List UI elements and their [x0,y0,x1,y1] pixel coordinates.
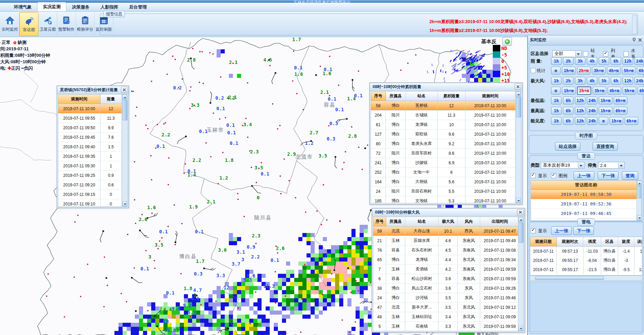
scroll-up-icon[interactable] [122,95,127,100]
close-icon[interactable] [517,209,523,215]
table-row[interactable]: 2019-07-11 09:457.6 [58,133,127,142]
table-row[interactable]: 24陆川良田石垌村5.52019-07-11 10:00 [371,187,521,196]
range-button-5h+m[interactable]: 5h+m [623,87,636,95]
table-row[interactable]: 2019-07-1109:55:17-21.5博白县-9.511 [530,265,642,274]
range-button-12h[interactable]: 12h [623,77,633,85]
table-row[interactable]: 59北流大容山顶10.1西风2019-07-11 08:47 [373,227,523,236]
table-row[interactable]: 72陆川良田车田村8.62019-07-11 10:00 [371,149,521,158]
table-row[interactable]: 2019-07-1109:57:13-11.03博白县-1.41 [530,247,642,256]
range-button-4h[interactable]: 4h [587,77,597,85]
station-rain-panel-titlebar[interactable]: 英桥镇(N5702)逐5分钟累计雨量 [57,86,128,94]
range-button-1h+m[interactable]: 1h+m [599,107,612,115]
table-row[interactable]: 127博白双旺镇9.62019-07-11 10:00 [371,130,521,139]
column-header[interactable]: 陡度 [618,237,634,246]
range-button-6h[interactable]: 6h [611,57,621,65]
scroll-down-icon[interactable] [122,201,127,206]
range-button-2h[interactable]: 2h [563,77,574,85]
vertical-scrollbar[interactable] [122,95,127,206]
range-button-12h[interactable]: 12h [623,57,633,65]
horizontal-scrollbar[interactable] [530,275,642,281]
range-button-24h[interactable]: 24h [587,117,597,125]
table-row[interactable]: 2019-07-11 09:351 [58,152,127,161]
scroll-thumb[interactable] [123,100,127,120]
close-icon[interactable] [121,87,127,93]
range-button-1h[interactable]: 1h [551,107,562,115]
range-button-m[interactable]: m [551,67,561,74]
table-row[interactable]: 47北流新丰大罗...3.5东北风2019-07-11 09:12 [373,303,523,312]
table-row[interactable]: 24博白沙河镇3.5东风2019-07-11 09:46 [373,293,523,303]
table-row[interactable]: 6容县松山沙田村3.6东南风2019-07-11 09:59 [373,274,523,284]
range-button-12h[interactable]: 12h [575,117,585,125]
toolbar-item-2[interactable]: 卫星云图 [38,12,57,35]
menu-tab-4[interactable]: 后台管理 [124,3,152,11]
close-icon[interactable] [638,38,642,42]
table-row[interactable]: 2019-07-11 09:401.5 [58,142,127,152]
map-area[interactable]: 1.72.84.52.10.11.60.22.10.24.23.30.10.11… [0,37,527,335]
table-row[interactable]: 252博白文地一中62019-07-11 10:00 [371,168,521,177]
column-header[interactable]: 区县 [601,237,618,246]
range-button-4h+m[interactable]: 4h+m [608,87,621,95]
column-header[interactable]: 序号 [371,91,386,101]
radar-show-checkbox[interactable] [531,173,536,178]
radar-query-button[interactable]: 查询 [622,171,638,180]
scroll-up-icon[interactable] [637,181,642,186]
table-row[interactable]: 241博白沙陂镇6.92019-07-11 10:00 [371,158,521,168]
scroll-down-icon[interactable] [637,215,642,220]
rain-table-panel[interactable]: 08时~10时00分钟累积雨量序号所属县站名累积雨量观测时间58博白英桥镇122… [370,83,522,204]
scroll-thumb[interactable] [637,186,642,198]
range-button-3h[interactable]: 3h [575,57,585,65]
range-button-6h[interactable]: 6h [563,117,574,125]
radar-list-item[interactable]: 2019-07-11 09:58:30 [531,190,641,199]
table-row[interactable]: 2019-07-11 09:100 [58,199,127,207]
scroll-thumb[interactable] [535,276,604,280]
radar-prev-button[interactable]: 上一张 [574,171,594,180]
scroll-up-icon[interactable] [518,217,523,222]
range-button-m[interactable]: m [551,87,561,95]
table-row[interactable]: 2019-07-11 09:5511.3 [58,114,127,123]
table-row[interactable]: 58博白英桥镇122019-07-11 10:00 [371,101,521,111]
statistics-checkbox[interactable] [531,68,536,73]
range-button-6h[interactable]: 6h [563,97,574,104]
range-button-6h+m[interactable]: 6h+m [625,117,638,125]
table-row[interactable]: 185博白文地镇5.32019-07-11 10:00 [371,196,521,203]
table-row[interactable]: 48玉林玉林站旧址3.4东北风2019-07-11 09:09 [373,312,523,322]
station-rain-panel[interactable]: 英桥镇(N5702)逐5分钟累计雨量观测时间雨量2019-07-11 10:00… [57,86,129,208]
column-header[interactable]: 强度 [583,237,601,246]
column-header[interactable]: 雨量 [100,95,122,104]
chevron-down-icon[interactable] [578,163,584,168]
table-row[interactable]: 21玉林苏烟水库4.6东南风2019-07-11 09:49 [373,236,523,246]
table-row[interactable]: 2019-07-11 09:150 [58,190,127,199]
range-button-2h+m[interactable]: 2h+m [577,86,591,95]
range-button-12h[interactable]: 12h [575,107,585,115]
range-button-3h+m[interactable]: 3h+m [593,87,606,95]
scroll-down-icon[interactable] [516,198,521,203]
menu-tab-2[interactable]: 决策服务 [66,3,95,11]
radar-type-select[interactable]: 基本反射率19 [541,162,584,169]
column-header[interactable]: 极大风 [439,217,458,226]
range-button-12h[interactable]: 12h [575,97,585,104]
table-row[interactable]: 2019-07-11 09:301 [58,161,127,171]
range-button-1h[interactable]: 1h [551,57,562,65]
toolbar-item-3[interactable]: 预警制作 [57,12,76,35]
range-button-2h[interactable]: 2h [563,57,574,65]
table-row[interactable]: 80博白老虎头水库9.22019-07-11 10:00 [371,139,521,149]
lightning-show-checkbox[interactable] [531,228,536,233]
lightning-next-button[interactable]: 下一张 [573,227,594,235]
lightning-prev-button[interactable]: 上一张 [551,227,572,235]
column-header[interactable]: 观测日期 [530,237,557,246]
station-select-button[interactable]: 站点选择 [555,142,580,151]
wind-table-panel-titlebar[interactable]: 08时~10时00分钟极大风 [372,208,524,216]
range-button-6h+m[interactable]: 6h+m [637,67,644,74]
district-select[interactable]: 全部 [552,50,582,57]
direct-query-button[interactable]: 直接查询 [593,142,618,151]
radar-list-item[interactable]: 2019-07-11 09:46:45 [531,209,641,218]
range-button-1h+m[interactable]: 1h+m [599,97,612,104]
menu-tab-1[interactable]: 实况监测 [37,2,66,11]
range-button-m[interactable]: m [599,117,608,125]
range-button-1h[interactable]: 1h [551,77,562,85]
checkbox-2[interactable] [624,51,629,56]
range-button-24h[interactable]: 24h [634,77,644,85]
scroll-down-icon[interactable] [518,326,523,331]
range-button-3h+m[interactable]: 3h+m [592,67,606,74]
rain-table-panel-titlebar[interactable]: 08时~10时00分钟累积雨量 [370,83,522,91]
